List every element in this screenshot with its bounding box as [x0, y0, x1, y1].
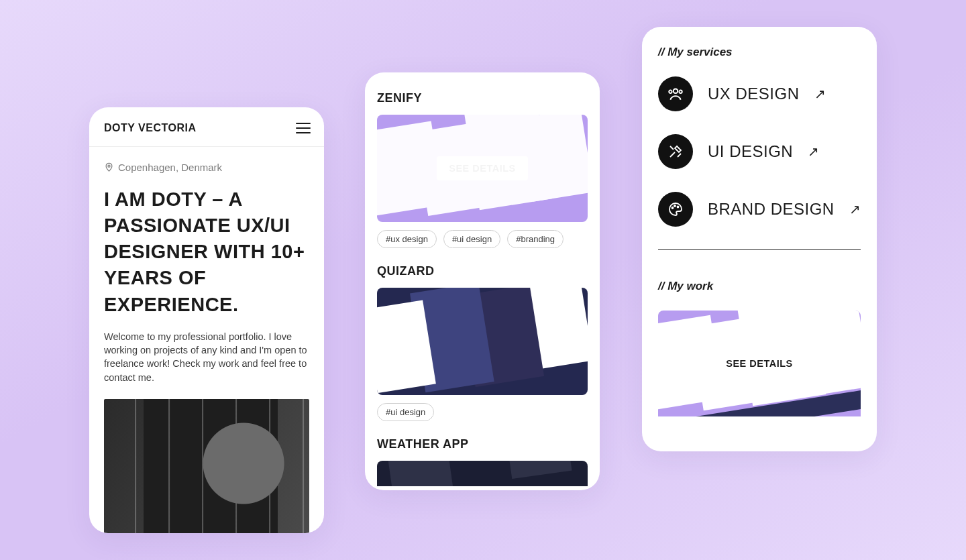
- service-item-brand[interactable]: BRAND DESIGN ↗: [658, 192, 861, 227]
- svg-point-2: [669, 91, 672, 93]
- tools-icon: [658, 134, 693, 169]
- map-pin-icon: [104, 162, 114, 172]
- tag-row: #ux design #ui design #branding: [377, 230, 588, 248]
- svg-point-0: [108, 165, 110, 167]
- svg-point-4: [672, 207, 674, 209]
- work-thumbnail[interactable]: SEE DETAILS: [658, 311, 861, 416]
- arrow-up-right-icon: ↗: [849, 201, 861, 217]
- project-title: QUIZARD: [377, 264, 588, 278]
- hero-description: Welcome to my professional portfolio. I …: [104, 330, 309, 384]
- location-row: Copenhagen, Denmark: [104, 162, 309, 173]
- service-label: UI DESIGN: [708, 142, 793, 161]
- tag-row: #ui design: [377, 403, 588, 421]
- hamburger-menu-icon[interactable]: [296, 119, 311, 137]
- hero-photo: [104, 399, 309, 533]
- project-title: ZENIFY: [377, 91, 588, 105]
- project-title: WEATHER APP: [377, 437, 588, 451]
- phone-home: DOTY VECTORIA Copenhagen, Denmark I AM D…: [89, 107, 324, 533]
- location-text: Copenhagen, Denmark: [118, 162, 222, 173]
- service-item-ui[interactable]: UI DESIGN ↗: [658, 134, 861, 169]
- arrow-up-right-icon: ↗: [814, 86, 826, 102]
- svg-point-3: [679, 91, 682, 93]
- hero-headline: I AM DOTY – A PASSIONATE UX/UI DESIGNER …: [104, 186, 309, 318]
- phone-work-list: ZENIFY SEE DETAILS #ux design #ui design…: [365, 72, 600, 490]
- see-details-button[interactable]: SEE DETAILS: [714, 351, 805, 376]
- service-label: BRAND DESIGN: [708, 200, 835, 219]
- arrow-up-right-icon: ↗: [808, 144, 819, 160]
- tag[interactable]: #ui design: [377, 403, 434, 421]
- header-bar: DOTY VECTORIA: [89, 107, 324, 147]
- svg-point-6: [678, 207, 679, 208]
- service-item-ux[interactable]: UX DESIGN ↗: [658, 76, 861, 111]
- tag[interactable]: #ux design: [377, 230, 437, 248]
- section-heading-work: // My work: [658, 280, 861, 293]
- service-label: UX DESIGN: [708, 85, 800, 103]
- project-thumbnail[interactable]: [377, 461, 588, 486]
- svg-point-1: [674, 89, 678, 93]
- phone-services: // My services UX DESIGN ↗ UI DESIGN ↗: [642, 27, 877, 451]
- svg-point-5: [674, 205, 676, 207]
- palette-icon: [658, 192, 693, 227]
- see-details-button[interactable]: SEE DETAILS: [437, 156, 528, 180]
- project-thumbnail[interactable]: SEE DETAILS: [377, 115, 588, 222]
- tag[interactable]: #ui design: [443, 230, 500, 248]
- users-icon: [658, 76, 693, 111]
- site-logo[interactable]: DOTY VECTORIA: [104, 122, 196, 134]
- tag[interactable]: #branding: [507, 230, 564, 248]
- section-heading-services: // My services: [658, 46, 861, 59]
- project-thumbnail[interactable]: [377, 288, 588, 395]
- divider: [658, 249, 861, 250]
